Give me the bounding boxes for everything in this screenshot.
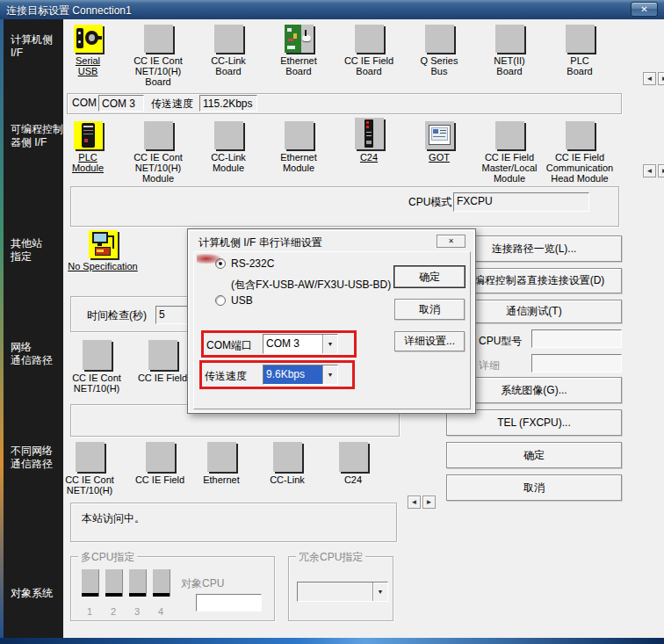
pager-right-icon[interactable]: ►	[658, 164, 664, 177]
device-label: CC IE Field Communication Head Module	[545, 152, 615, 184]
cpu-mode-display: FXCPU	[453, 192, 589, 212]
diff-route-cclink[interactable]: CC-Link	[252, 442, 322, 485]
com-port-display: COM 3	[98, 95, 144, 112]
device-label: CC-Link Module	[193, 152, 263, 173]
chevron-down-icon: ▼	[372, 582, 387, 601]
redundant-cpu-select: ▼	[297, 582, 388, 602]
device-c24[interactable]: C24	[334, 118, 404, 163]
device-label: Ethernet Module	[263, 152, 334, 173]
device-plc-module[interactable]: PLC Module	[53, 121, 123, 173]
redundant-cpu-value	[298, 582, 372, 601]
plc-if-pager: ◄ ►	[643, 164, 664, 177]
diff-route-ccie-field[interactable]: CC IE Field	[125, 442, 195, 485]
redundant-cpu-title: 冗余CPU指定	[296, 550, 365, 565]
com-label: COM	[72, 97, 97, 109]
cpu-slot-3[interactable]	[129, 569, 146, 597]
device-cclink-board[interactable]: CC-Link Board	[193, 25, 263, 76]
device-label: CC IE Cont NET/10(H) Module	[123, 152, 193, 184]
diff-cclink-icon	[273, 442, 302, 472]
multi-cpu-title: 多CPU指定	[78, 550, 137, 565]
cpu-slot-4[interactable]	[153, 569, 170, 597]
cancel-button[interactable]: 取消	[446, 474, 622, 501]
net-ccie-field-icon	[148, 340, 177, 370]
device-ethernet-module[interactable]: Ethernet Module	[263, 121, 334, 173]
slot-number: 4	[158, 606, 163, 617]
device-ccie-field-head[interactable]: CC IE Field Communication Head Module	[545, 121, 615, 184]
device-ccie-cont-module[interactable]: CC IE Cont NET/10(H) Module	[123, 121, 193, 184]
device-label: CC IE Field	[125, 474, 195, 485]
time-check-value[interactable]: 5	[155, 306, 188, 324]
window-bottom-border	[0, 638, 664, 644]
cclink-module-icon	[214, 121, 243, 149]
rs232c-note: (包含FX-USB-AW/FX3U-USB-BD)	[231, 278, 391, 293]
device-ccie-field-board[interactable]: CC IE Field Board	[334, 25, 404, 76]
other-station-no-spec[interactable]: No Specification	[57, 230, 148, 271]
baud-rate-annotation	[199, 360, 355, 389]
device-label: CC-Link	[252, 474, 322, 485]
c24-icon	[355, 118, 384, 149]
pager-left-icon[interactable]: ◄	[643, 164, 656, 177]
device-label: Ethernet	[186, 474, 256, 485]
time-check-label: 时间检查(秒)	[87, 308, 147, 323]
diff-c24-icon	[339, 442, 368, 472]
ethernet-module-icon	[285, 121, 314, 149]
sidebar-label-different-network: 不同网络 通信路径	[11, 445, 53, 471]
cpu-slot-1[interactable]	[82, 569, 98, 597]
diff-route-c24[interactable]: C24	[318, 442, 388, 485]
ccie-field-head-icon	[566, 121, 595, 149]
usb-radio[interactable]	[215, 295, 226, 306]
cpu-mode-label: CPU模式	[408, 195, 451, 210]
ccie-cont-module-icon	[144, 121, 173, 149]
sidebar-label-target-system: 对象系统	[11, 587, 53, 600]
cpu-model-field	[531, 329, 622, 348]
device-label: GOT	[404, 152, 474, 163]
target-cpu-label: 对象CPU	[181, 576, 224, 591]
com-port-annotation	[201, 330, 357, 358]
device-plc-board[interactable]: PLC Board	[545, 25, 615, 76]
plc-module-icon	[74, 121, 103, 149]
device-ccie-cont-board[interactable]: CC IE Cont NET/10(H) Board	[123, 25, 193, 87]
no-specification-icon	[89, 230, 118, 258]
net-route-ccie-cont[interactable]: CC IE Cont NET/10(H)	[61, 340, 132, 394]
dialog-ok-button[interactable]: 确定	[394, 266, 465, 287]
diff-route-ethernet[interactable]: Ethernet	[186, 442, 256, 485]
pager-left-icon[interactable]: ◄	[643, 72, 656, 85]
device-cclink-module[interactable]: CC-Link Module	[193, 121, 263, 173]
connection-target-window: 连接目标设置 Connection1 ✕ 计算机侧 I/F 可编程控制 器侧 I…	[0, 0, 664, 644]
window-close-button[interactable]: ✕	[631, 2, 658, 17]
dialog-detail-setting-button[interactable]: 详细设置...	[394, 331, 465, 351]
plc-board-icon	[566, 25, 595, 53]
device-net2-board[interactable]: NET(II) Board	[474, 25, 545, 76]
dialog-close-button[interactable]: ✕	[437, 235, 466, 248]
ccie-field-board-icon	[355, 25, 384, 53]
sidebar-label-network-route: 网络 通信路径	[11, 341, 53, 367]
com-settings-strip: COM COM 3 传送速度 115.2Kbps	[67, 93, 622, 114]
ok-button[interactable]: 确定	[446, 442, 622, 468]
rs232c-radio-label: RS-232C	[231, 257, 274, 270]
device-got[interactable]: GOT	[404, 121, 474, 163]
target-cpu-field	[196, 594, 262, 611]
ccie-field-master-icon	[495, 121, 524, 149]
diff-route-ccie-cont[interactable]: CC IE Cont NET/10(H)	[54, 442, 125, 496]
title-bar: 连接目标设置 Connection1 ✕	[0, 0, 664, 19]
baud-display: 115.2Kbps	[199, 95, 257, 112]
slot-number: 2	[111, 606, 116, 617]
device-label: CC IE Cont NET/10(H)	[54, 474, 125, 496]
device-serial-usb[interactable]: Serial USB	[53, 25, 123, 76]
window-title: 连接目标设置 Connection1	[6, 4, 132, 18]
pager-right-icon[interactable]: ►	[422, 496, 436, 509]
dialog-cancel-button[interactable]: 取消	[394, 299, 465, 320]
device-ccie-field-master[interactable]: CC IE Field Master/Local Module	[474, 121, 545, 184]
pager-right-icon[interactable]: ►	[658, 72, 664, 85]
category-sidebar: 计算机侧 I/F 可编程控制 器侧 I/F 其他站 指定 网络 通信路径 不同网…	[4, 19, 63, 638]
serial-detail-dialog: 计算机侧 I/F 串行详细设置 ✕ RS-232C (包含FX-USB-AW/F…	[187, 228, 476, 414]
device-label: C24	[318, 474, 388, 485]
sidebar-label-pc-if: 计算机侧 I/F	[11, 33, 53, 60]
cpu-slot-2[interactable]	[105, 569, 122, 597]
dialog-content-panel: RS-232C (包含FX-USB-AW/FX3U-USB-BD) USB CO…	[193, 251, 471, 409]
cclink-board-icon	[214, 25, 243, 53]
diff-ccie-field-icon	[146, 442, 175, 472]
device-q-series-bus[interactable]: Q Series Bus	[404, 25, 474, 76]
device-ethernet-board[interactable]: Ethernet Board	[263, 25, 334, 76]
pager-left-icon[interactable]: ◄	[408, 496, 421, 509]
